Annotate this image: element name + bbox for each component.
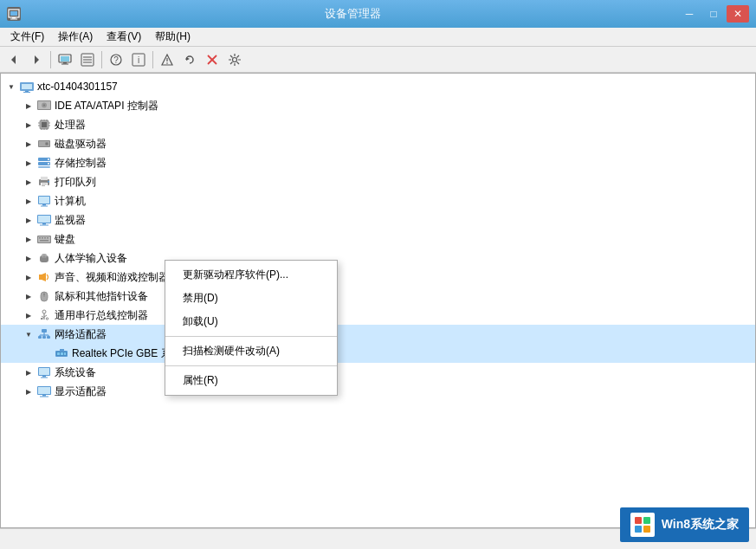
svg-rect-28 xyxy=(23,92,30,93)
tree-item-display[interactable]: ▶ 显示适配器 xyxy=(1,382,755,401)
back-button[interactable] xyxy=(3,49,24,70)
list-button[interactable] xyxy=(77,49,98,70)
display-icon xyxy=(37,384,51,398)
tree-item-print[interactable]: ▶ 打印队列 xyxy=(1,172,755,191)
minimize-button[interactable]: ─ xyxy=(678,5,701,23)
svg-rect-88 xyxy=(41,318,43,320)
menu-bar: 文件(F) 操作(A) 查看(V) 帮助(H) xyxy=(0,28,756,47)
keyboard-icon xyxy=(37,232,51,246)
tree-item-system[interactable]: ▶ 系统设备 xyxy=(1,363,755,382)
computer-button[interactable] xyxy=(55,49,75,70)
tree-item-network[interactable]: ▼ 网络适配器 xyxy=(1,325,755,344)
tree-item-computer[interactable]: ▶ 计算机 xyxy=(1,191,755,210)
context-menu-uninstall[interactable]: 卸载(U) xyxy=(165,310,337,333)
tree-item-cpu[interactable]: ▶ 处理器 xyxy=(1,115,755,134)
help-button[interactable]: ? xyxy=(106,49,126,70)
menu-view[interactable]: 查看(V) xyxy=(100,28,148,46)
menu-file[interactable]: 文件(F) xyxy=(3,28,51,46)
tree-item-usb[interactable]: ▶ 通用串行总线控制器 xyxy=(1,306,755,325)
cpu-icon xyxy=(37,118,51,132)
tree-item-realtek[interactable]: ▶ Realtek PCIe GBE 系列控制器 xyxy=(1,344,755,363)
action-button[interactable] xyxy=(157,49,178,70)
context-menu-disable[interactable]: 禁用(D) xyxy=(165,287,337,310)
hid-arrow: ▶ xyxy=(22,251,36,265)
mouse-label: 鼠标和其他指针设备 xyxy=(55,289,148,304)
win-logo-blue xyxy=(635,526,642,533)
context-menu-properties[interactable]: 属性(R) xyxy=(165,369,337,392)
svg-rect-112 xyxy=(40,397,48,397)
context-menu-update-driver[interactable]: 更新驱动程序软件(P)... xyxy=(165,263,337,287)
svg-rect-74 xyxy=(40,240,48,242)
device-tree[interactable]: ▼ xtc-01404301157 ▶ xyxy=(1,74,755,527)
ide-arrow: ▶ xyxy=(22,99,36,113)
remove-button[interactable] xyxy=(202,49,223,70)
svg-rect-51 xyxy=(38,166,50,168)
display-label: 显示适配器 xyxy=(55,384,107,399)
network-arrow: ▼ xyxy=(22,327,36,341)
svg-rect-102 xyxy=(61,352,63,355)
usb-icon xyxy=(37,308,51,322)
svg-rect-107 xyxy=(42,376,46,378)
system-label: 系统设备 xyxy=(55,365,96,380)
tree-item-hid[interactable]: ▶ 人体学输入设备 xyxy=(1,249,755,268)
close-button[interactable]: ✕ xyxy=(727,5,749,23)
menu-action[interactable]: 操作(A) xyxy=(51,28,100,46)
tree-item-mouse[interactable]: ▶ 鼠标和其他指针设备 xyxy=(1,287,755,306)
mouse-arrow: ▶ xyxy=(22,289,36,303)
svg-rect-7 xyxy=(61,56,69,61)
system-arrow: ▶ xyxy=(22,365,36,379)
context-menu-separator-2 xyxy=(165,365,337,366)
svg-rect-8 xyxy=(63,62,67,64)
app-icon xyxy=(7,7,21,21)
root-arrow: ▼ xyxy=(4,80,18,94)
svg-point-84 xyxy=(42,310,46,313)
realtek-icon xyxy=(55,346,68,360)
settings-button[interactable] xyxy=(224,49,245,70)
forward-button[interactable] xyxy=(26,49,47,70)
disk-arrow: ▶ xyxy=(22,137,36,151)
tree-item-sound[interactable]: ▶ 声音、视频和游戏控制器 xyxy=(1,268,755,287)
win-logo xyxy=(635,517,650,533)
svg-rect-67 xyxy=(40,225,48,226)
monitor-label: 监视器 xyxy=(55,213,86,228)
svg-rect-79 xyxy=(39,274,42,280)
info-button[interactable]: i xyxy=(128,49,149,70)
ide-icon xyxy=(37,99,51,113)
context-menu: 更新驱动程序软件(P)... 禁用(D) 卸载(U) 扫描检测硬件改动(A) 属… xyxy=(165,260,338,396)
title-bar: 设备管理器 ─ □ ✕ xyxy=(0,0,756,28)
tree-item-storage[interactable]: ▶ 存储控制器 xyxy=(1,153,755,172)
context-menu-scan[interactable]: 扫描检测硬件改动(A) xyxy=(165,339,337,363)
svg-rect-55 xyxy=(41,177,48,180)
svg-rect-58 xyxy=(42,185,45,186)
display-arrow: ▶ xyxy=(22,384,36,398)
ide-label: IDE ATA/ATAPI 控制器 xyxy=(55,99,158,113)
sound-icon xyxy=(37,270,51,284)
storage-icon xyxy=(37,156,51,170)
svg-point-89 xyxy=(46,318,48,320)
maximize-button[interactable]: □ xyxy=(702,5,725,23)
svg-rect-65 xyxy=(38,216,50,223)
svg-point-53 xyxy=(48,163,49,165)
watermark-logo xyxy=(630,513,655,537)
svg-rect-110 xyxy=(38,387,50,394)
svg-rect-93 xyxy=(47,336,50,339)
svg-rect-101 xyxy=(57,352,60,355)
storage-arrow: ▶ xyxy=(22,156,36,170)
svg-marker-5 xyxy=(35,55,39,64)
menu-help[interactable]: 帮助(H) xyxy=(148,28,197,46)
system-icon xyxy=(37,365,51,379)
svg-rect-73 xyxy=(47,237,48,239)
svg-rect-91 xyxy=(38,336,42,339)
refresh-button[interactable] xyxy=(179,49,200,70)
usb-arrow: ▶ xyxy=(22,308,36,322)
computer-icon xyxy=(37,194,51,208)
tree-item-disk[interactable]: ▶ 磁盘驱动器 xyxy=(1,134,755,153)
svg-point-32 xyxy=(43,105,45,107)
tree-root[interactable]: ▼ xtc-01404301157 xyxy=(1,77,755,96)
svg-point-24 xyxy=(233,57,237,61)
tree-item-ide[interactable]: ▶ IDE ATA/ATAPI 控制器 xyxy=(1,96,755,115)
tree-item-keyboard[interactable]: ▶ 键盘 xyxy=(1,229,755,249)
tree-item-monitor[interactable]: ▶ 监视器 xyxy=(1,210,755,229)
svg-rect-9 xyxy=(61,63,68,64)
toolbar-separator-3 xyxy=(152,51,153,68)
